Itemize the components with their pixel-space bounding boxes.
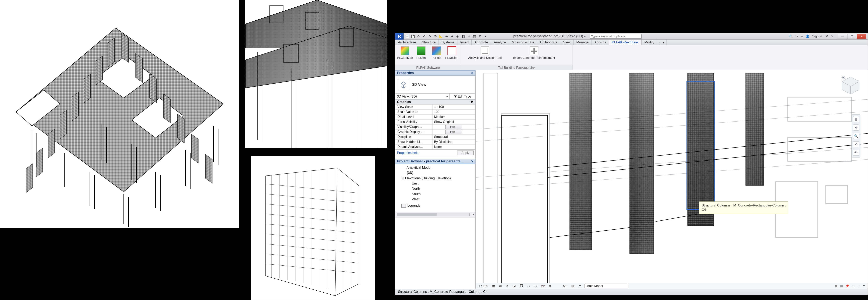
- select-pinned-icon[interactable]: 📌: [845, 284, 849, 288]
- browser-header[interactable]: Project Browser - practical for persenta…: [395, 159, 475, 164]
- tab-contextual-icon[interactable]: ▭▾: [657, 39, 666, 45]
- vg-edit-button[interactable]: Edit...: [445, 125, 462, 129]
- 3d-viewport[interactable]: Structural Columns : M_Concrete-Rectangu…: [475, 70, 868, 289]
- zoom-icon[interactable]: 🔍: [853, 133, 859, 139]
- prop-row: Default Analysis...None: [395, 144, 475, 149]
- tab-modify[interactable]: Modify: [642, 39, 657, 45]
- print-icon[interactable]: 🖶: [433, 34, 437, 38]
- signin-button[interactable]: Sign In: [811, 34, 823, 38]
- analysis-design-button[interactable]: Analysis and Design Tool: [463, 46, 507, 59]
- undo-icon[interactable]: ↶: [422, 34, 426, 38]
- properties-type-selector[interactable]: 3D View: [395, 76, 475, 93]
- prop-row: Detail LevelMedium: [395, 114, 475, 119]
- lookaround-icon[interactable]: 👁: [853, 150, 859, 156]
- tab-annotate[interactable]: Annotate: [472, 39, 491, 45]
- tab-view[interactable]: View: [560, 39, 574, 45]
- browser-tree[interactable]: Analytical Model {3D} ⊟Elevations (Build…: [395, 164, 475, 212]
- tab-addins[interactable]: Add-Ins: [591, 39, 609, 45]
- save-icon[interactable]: 💾: [411, 34, 415, 38]
- pldesign-button[interactable]: PLDesign: [445, 46, 459, 59]
- revit-window: R 📄 💾 ⟳ ↶ ↷ 🖶 📐 ⇹ A ◈ ◧ ≡ ▦ ⧉ ▾ practica…: [395, 33, 868, 295]
- tab-structure[interactable]: Structure: [419, 39, 439, 45]
- sunpath-icon[interactable]: ☀: [505, 284, 510, 288]
- crop-show-icon[interactable]: ⬚: [533, 284, 538, 288]
- tab-massing[interactable]: Massing & Site: [509, 39, 537, 45]
- plcoreman-icon: [401, 46, 409, 55]
- section-icon[interactable]: ◧: [461, 34, 465, 38]
- text-icon[interactable]: A: [450, 34, 454, 38]
- app-menu-button[interactable]: R: [395, 33, 404, 39]
- shadows-icon[interactable]: ◪: [512, 284, 517, 288]
- tab-plpak[interactable]: PLPAK-Revit Link: [609, 39, 642, 45]
- svg-rect-11: [96, 56, 102, 85]
- properties-close-icon[interactable]: ✕: [471, 71, 474, 75]
- view-cube[interactable]: [840, 74, 862, 97]
- properties-header[interactable]: Properties ✕: [395, 70, 475, 76]
- star-icon[interactable]: ☆: [800, 34, 804, 38]
- import-reinf-button[interactable]: Import Concrete Reinforcement: [508, 46, 560, 59]
- open-icon[interactable]: 📄: [405, 34, 409, 38]
- minimize-button[interactable]: —: [838, 34, 847, 39]
- switch-window-icon[interactable]: ⧉: [478, 34, 482, 38]
- iso-slab-sketch: [0, 0, 239, 228]
- tab-architecture[interactable]: Architecture: [395, 39, 419, 45]
- reveal-icon[interactable]: ⧈: [548, 284, 552, 288]
- dimension-icon[interactable]: ⇹: [444, 34, 449, 38]
- filter-off-icon[interactable]: ⚙0: [562, 284, 568, 288]
- design-option-icon[interactable]: 🗀: [577, 284, 583, 288]
- analysis-label: Analysis and Design Tool: [468, 56, 501, 59]
- crop-icon[interactable]: ▭: [526, 284, 531, 288]
- render-icon[interactable]: 🎞: [519, 284, 524, 288]
- visual-style-icon[interactable]: ◐: [498, 284, 503, 288]
- keys-icon[interactable]: 🗝: [794, 34, 799, 38]
- properties-help-link[interactable]: Properties help: [397, 151, 418, 155]
- maximize-button[interactable]: ☐: [847, 34, 857, 39]
- plgen-button[interactable]: PLGen: [414, 46, 428, 59]
- steering-wheel-icon[interactable]: ◎: [853, 116, 859, 122]
- gd-edit-button[interactable]: Edit...: [445, 130, 462, 134]
- drag-elements-icon[interactable]: ↔: [857, 284, 861, 288]
- tab-manage[interactable]: Manage: [574, 39, 591, 45]
- view-scale[interactable]: 1 : 100: [477, 284, 489, 288]
- tab-collaborate[interactable]: Collaborate: [537, 39, 560, 45]
- pan-icon[interactable]: ✥: [853, 125, 859, 131]
- orbit-icon[interactable]: ⟲: [853, 141, 859, 147]
- unhide-icon[interactable]: 👓: [539, 284, 546, 288]
- design-option-selector[interactable]: Main Model: [584, 284, 628, 288]
- tab-analyze[interactable]: Analyze: [491, 39, 509, 45]
- select-face-icon[interactable]: ◫: [851, 284, 855, 288]
- search-icon[interactable]: 🔍: [788, 34, 793, 38]
- apply-button[interactable]: Apply: [457, 151, 474, 155]
- measure-icon[interactable]: 📐: [439, 34, 443, 38]
- tree-node-active: {3D}: [396, 170, 474, 175]
- instance-selector[interactable]: 3D View: {3D}▾: [395, 93, 450, 99]
- tree-node: ⊟Elevations (Building Elevation): [396, 176, 474, 181]
- svg-rect-84: [501, 113, 550, 285]
- help-icon[interactable]: ?: [830, 34, 835, 38]
- browser-title: Project Browser - practical for persenta…: [397, 159, 463, 163]
- select-underlay-icon[interactable]: ▤: [840, 284, 844, 288]
- close-hidden-icon[interactable]: ▦: [472, 34, 476, 38]
- customize-dd-icon[interactable]: ▾: [484, 34, 488, 38]
- help-search-input[interactable]: [590, 34, 642, 38]
- tab-systems[interactable]: Systems: [439, 39, 458, 45]
- thin-lines-icon[interactable]: ≡: [467, 34, 471, 38]
- edit-type-button[interactable]: 🛈Edit Type: [450, 93, 475, 99]
- browser-scrollbar[interactable]: ▸: [395, 212, 475, 217]
- prop-group-graphics[interactable]: Graphics⯆: [395, 100, 475, 105]
- worksets-icon[interactable]: ▥: [570, 284, 576, 288]
- close-button[interactable]: ✕: [857, 34, 866, 39]
- exchange-icon[interactable]: ✕: [825, 34, 829, 38]
- plcoreman-button[interactable]: PLCoreMan: [397, 46, 413, 59]
- tooltip-line1: Structural Columns : M_Concrete-Rectangu…: [702, 203, 786, 208]
- select-links-icon[interactable]: ⛓: [834, 284, 838, 288]
- detail-level-icon[interactable]: ▦: [491, 284, 496, 288]
- sync-icon[interactable]: ⟳: [416, 34, 421, 38]
- browser-close-icon[interactable]: ✕: [471, 160, 474, 163]
- redo-icon[interactable]: ↷: [428, 34, 432, 38]
- filter-icon[interactable]: ▿: [862, 284, 866, 288]
- collapse-icon[interactable]: ⊟: [401, 176, 404, 181]
- 3d-icon[interactable]: ◈: [456, 34, 460, 38]
- plpost-button[interactable]: PLPost: [429, 46, 443, 59]
- tab-insert[interactable]: Insert: [458, 39, 472, 45]
